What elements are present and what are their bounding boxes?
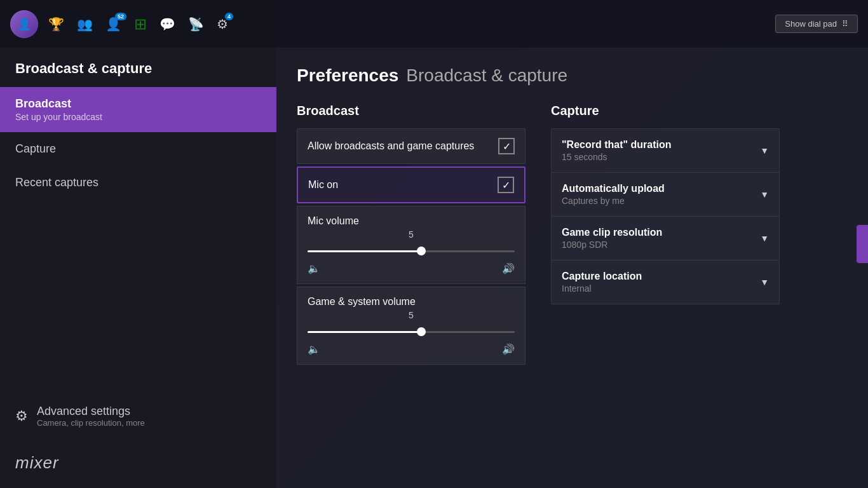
mic-volume-icons: 🔈 🔊 (308, 262, 515, 274)
game-volume-track (308, 331, 515, 333)
topbar: 👤 🏆 👥 👤52 ⊞ 💬 📡 ⚙4 Show dial pad ⠿ (0, 0, 868, 48)
friends-count-icon[interactable]: 👤52 (105, 17, 121, 32)
game-clip-title: Game clip resolution (562, 227, 662, 238)
game-volume-icons: 🔈 🔊 (308, 343, 515, 355)
dial-pad-label: Show dial pad (785, 19, 837, 29)
capture-options-box: "Record that" duration 15 seconds ▼ Auto… (551, 128, 780, 304)
mixer-logo: mixer (15, 453, 261, 473)
mic-volume-low-icon: 🔈 (308, 262, 320, 274)
game-clip-resolution-row[interactable]: Game clip resolution 1080p SDR ▼ (552, 217, 779, 261)
capture-column: Capture "Record that" duration 15 second… (551, 104, 780, 367)
sidebar-item-broadcast[interactable]: Broadcast Set up your broadcast (0, 87, 276, 132)
mic-volume-value: 5 (308, 229, 515, 240)
capture-location-row[interactable]: Capture location Internal ▼ (552, 261, 779, 304)
allow-broadcasts-option[interactable]: Allow broadcasts and game captures ✓ (297, 128, 526, 164)
dial-pad-icon: ⠿ (842, 19, 848, 29)
auto-upload-subtitle: Captures by me (562, 196, 665, 206)
mic-on-label: Mic on (308, 179, 338, 191)
sidebar-nav: Broadcast Set up your broadcast Capture … (0, 87, 276, 438)
auto-upload-title: Automatically upload (562, 183, 665, 194)
game-volume-low-icon: 🔈 (308, 343, 320, 355)
auto-upload-text: Automatically upload Captures by me (562, 183, 665, 206)
sidebar-broadcast-sub: Set up your broadcast (15, 112, 261, 122)
settings-icon[interactable]: ⚙4 (217, 17, 228, 32)
capture-section-title: Capture (551, 104, 780, 118)
advanced-subtitle: Camera, clip resolution, more (37, 418, 145, 428)
broadcast-column: Broadcast Allow broadcasts and game capt… (297, 104, 526, 367)
advanced-title: Advanced settings (37, 405, 145, 418)
sidebar-item-capture[interactable]: Capture (0, 132, 276, 166)
dial-pad-button[interactable]: Show dial pad ⠿ (775, 15, 858, 33)
mic-volume-high-icon: 🔊 (502, 262, 515, 274)
mic-volume-fill (308, 250, 421, 252)
auto-upload-row[interactable]: Automatically upload Captures by me ▼ (552, 173, 779, 217)
capture-location-chevron-icon: ▼ (760, 277, 769, 287)
page-header-subtitle: Broadcast & capture (406, 65, 567, 86)
record-that-text: "Record that" duration 15 seconds (562, 139, 672, 162)
sidebar-item-recent-captures[interactable]: Recent captures (0, 166, 276, 200)
record-that-chevron-icon: ▼ (760, 146, 769, 156)
friends-icon[interactable]: 👥 (77, 17, 93, 32)
record-that-subtitle: 15 seconds (562, 152, 672, 162)
game-volume-slider-container[interactable] (308, 325, 515, 338)
messages-icon[interactable]: 💬 (159, 17, 175, 32)
advanced-text: Advanced settings Camera, clip resolutio… (37, 405, 145, 428)
page-header: Preferences Broadcast & capture (297, 65, 848, 86)
capture-location-text: Capture location Internal (562, 271, 642, 294)
right-notification-bar (857, 225, 868, 263)
mic-volume-slider-container[interactable] (308, 245, 515, 257)
game-volume-value: 5 (308, 310, 515, 320)
sidebar-recent-label: Recent captures (15, 176, 98, 189)
game-clip-text: Game clip resolution 1080p SDR (562, 227, 662, 250)
main-content: Preferences Broadcast & capture Broadcas… (276, 48, 868, 488)
settings-badge: 4 (225, 13, 233, 20)
game-clip-chevron-icon: ▼ (760, 233, 769, 243)
sidebar-item-advanced-settings[interactable]: ⚙ Advanced settings Camera, clip resolut… (0, 395, 276, 438)
game-clip-subtitle: 1080p SDR (562, 240, 662, 250)
xbox-icon[interactable]: ⊞ (134, 15, 147, 33)
record-that-duration-row[interactable]: "Record that" duration 15 seconds ▼ (552, 129, 779, 173)
mic-volume-section: Mic volume 5 🔈 🔊 (297, 206, 526, 284)
sidebar-bottom: mixer (0, 438, 276, 488)
mic-volume-track (308, 250, 515, 252)
game-volume-high-icon: 🔊 (502, 343, 515, 355)
sidebar-broadcast-label: Broadcast (15, 97, 261, 111)
auto-upload-chevron-icon: ▼ (760, 189, 769, 200)
achievements-icon[interactable]: 🏆 (48, 17, 64, 32)
sidebar-capture-label: Capture (15, 142, 56, 155)
capture-location-subtitle: Internal (562, 283, 642, 294)
game-volume-thumb[interactable] (417, 327, 426, 336)
nav-icons: 🏆 👥 👤52 ⊞ 💬 📡 ⚙4 (48, 15, 775, 33)
page-header-preferences: Preferences (297, 65, 398, 86)
game-volume-fill (308, 331, 421, 333)
record-that-title: "Record that" duration (562, 139, 672, 151)
allow-broadcasts-checkbox[interactable]: ✓ (498, 138, 515, 154)
game-volume-title: Game & system volume (308, 296, 515, 308)
mic-on-checkbox[interactable]: ✓ (498, 177, 514, 193)
capture-location-title: Capture location (562, 271, 642, 282)
content-columns: Broadcast Allow broadcasts and game capt… (297, 104, 848, 367)
game-volume-section: Game & system volume 5 🔈 🔊 (297, 287, 526, 365)
topbar-right: Show dial pad ⠿ (775, 15, 858, 33)
allow-broadcasts-label: Allow broadcasts and game captures (308, 140, 474, 152)
mic-on-option[interactable]: Mic on ✓ (297, 166, 526, 203)
broadcast-section-title: Broadcast (297, 104, 526, 118)
avatar[interactable]: 👤 (10, 10, 38, 38)
mic-volume-title: Mic volume (308, 215, 515, 227)
broadcast-active-icon[interactable]: 📡 (188, 17, 204, 32)
sidebar-title: Broadcast & capture (0, 48, 276, 87)
sidebar: Broadcast & capture Broadcast Set up you… (0, 0, 276, 488)
friends-badge: 52 (115, 13, 126, 20)
gear-icon: ⚙ (15, 408, 28, 424)
mic-volume-thumb[interactable] (417, 247, 426, 255)
